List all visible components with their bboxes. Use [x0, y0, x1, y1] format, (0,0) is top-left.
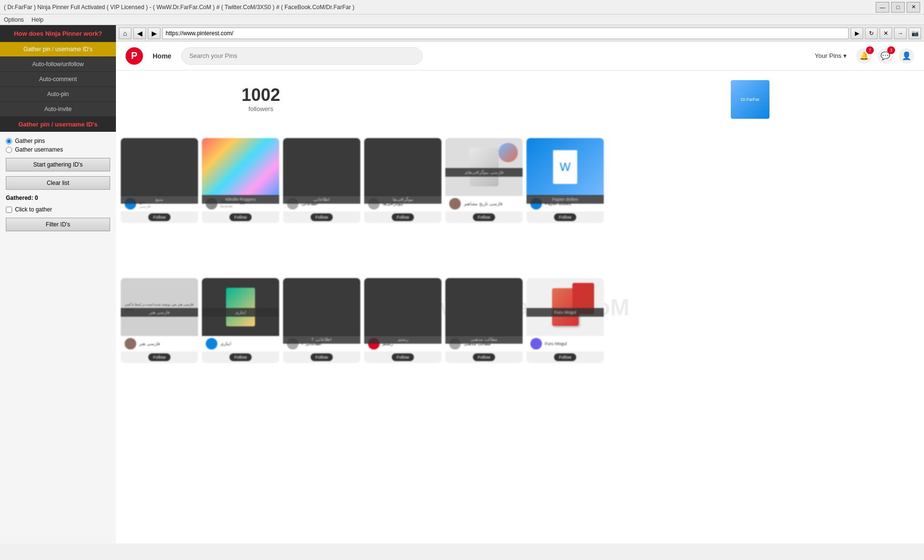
follow-button[interactable]: Follow: [148, 353, 171, 361]
pin-title: فارسی بیوگرافی‌های: [448, 170, 520, 175]
user-avatar: [125, 338, 136, 350]
follow-button[interactable]: Follow: [473, 213, 495, 221]
follow-button[interactable]: Follow: [148, 213, 171, 221]
click-to-gather-checkbox[interactable]: Click to gather: [6, 206, 110, 213]
pin-overlay: بیوگرافی‌ها: [364, 195, 441, 204]
minimize-button[interactable]: —: [876, 2, 889, 13]
pinterest-home-link[interactable]: Home: [153, 52, 171, 60]
notifications-badge: 7: [866, 46, 874, 54]
sidebar-item-autoinvite[interactable]: Auto-invite: [0, 102, 116, 117]
follow-button[interactable]: Follow: [554, 353, 576, 361]
play-button[interactable]: ▶: [851, 28, 863, 39]
user-avatar: [530, 338, 542, 350]
sidebar-item-gather[interactable]: Gather pin / username ID's: [0, 42, 116, 57]
messages-button[interactable]: 💬 3: [878, 48, 893, 64]
radio-gather-usernames[interactable]: Gather usernames: [6, 146, 110, 153]
user-avatar: [449, 198, 461, 210]
pin-card: Furu Mogul Furu Mogul Follow: [526, 278, 604, 363]
user-info: Furu Mogul: [545, 341, 600, 346]
pin-overlay: اطلاعاتی: [283, 195, 360, 204]
title-text: ( Dr.FarFar ) Ninja Pinner Full Activate…: [4, 4, 355, 11]
pinterest-header: P Home Your Pins ▾ 🔔 7 💬 3: [116, 42, 924, 70]
radio-gather-pins-input[interactable]: [6, 138, 12, 144]
browser-content: P Home Your Pins ▾ 🔔 7 💬 3: [116, 42, 924, 544]
screenshot-button[interactable]: 📷: [909, 28, 921, 39]
pin-title: اطلاعاتی: [286, 197, 357, 202]
pin-grid-row2: فارسی هنر متن نوشته شده است در اینجا با …: [116, 278, 924, 363]
start-gathering-button[interactable]: Start gathering ID's: [6, 158, 110, 171]
follow-button[interactable]: Follow: [473, 353, 495, 361]
sidebar-item-autopin[interactable]: Auto-pin: [0, 87, 116, 102]
follow-button[interactable]: Follow: [229, 353, 252, 361]
user-info: فارسی تاریخ مشاهیر: [464, 201, 519, 206]
pin-image: فارسی بیوگرافی‌های: [445, 138, 523, 196]
sidebar-header: How does Ninja Pinner work?: [0, 25, 116, 42]
pin-overlay: رستم: [364, 335, 441, 344]
notifications-button[interactable]: 🔔 7: [856, 48, 872, 64]
pinterest-logo[interactable]: P: [126, 47, 143, 65]
pin-card: Nikolle Roggers Nikolle Roggers Boards F…: [202, 138, 279, 223]
menu-bar: Options Help: [0, 14, 924, 25]
pin-sub: فارسی: [139, 204, 194, 209]
follow-button[interactable]: Follow: [311, 353, 333, 361]
follow-button[interactable]: Follow: [311, 213, 333, 221]
options-menu[interactable]: Options: [4, 16, 24, 23]
pin-username: ایثاری: [220, 341, 275, 346]
pinterest-content: WwW.D-FarFar.CoM 1002 followers Dr.FarFa…: [116, 70, 924, 544]
pin-title: فارسی هنر: [124, 310, 195, 315]
navigate-button[interactable]: →: [894, 28, 907, 39]
forward-button[interactable]: ▶: [148, 28, 160, 39]
user-info: فارسی هنر: [139, 341, 194, 346]
pin-username: Furu Mogul: [545, 341, 600, 346]
pinterest-search-input[interactable]: [181, 47, 423, 65]
pin-title: Nikolle Roggers: [205, 197, 276, 202]
chevron-down-icon: ▾: [843, 52, 847, 59]
sidebar-item-autocomment[interactable]: Auto-comment: [0, 72, 116, 87]
follow-button[interactable]: Follow: [392, 353, 414, 361]
follow-button[interactable]: Follow: [229, 213, 252, 221]
pin-image: Furu Mogul: [526, 278, 604, 336]
back-button[interactable]: ◀: [133, 28, 146, 39]
pin-overlay: Furu Mogul: [526, 308, 604, 317]
pin-image: مطالب مذهبی: [445, 278, 523, 336]
your-pins-dropdown[interactable]: Your Pins ▾: [815, 52, 847, 59]
pin-overlay: Papier doilies: [526, 195, 604, 204]
profile-avatar: Dr.FarFar: [731, 80, 769, 119]
pin-username: فارسی تاریخ مشاهیر: [464, 201, 519, 206]
user-info: ایثاری: [220, 341, 275, 346]
your-pins-label: Your Pins: [815, 52, 841, 59]
sidebar-item-autofollow[interactable]: Auto-follow/unfollow: [0, 57, 116, 72]
url-bar[interactable]: [162, 28, 849, 39]
follow-button[interactable]: Follow: [392, 213, 414, 221]
pin-card: بیوگرافی‌ها بیوگرافی‌ها Follow: [364, 138, 441, 223]
clear-list-button[interactable]: Clear list: [6, 176, 110, 190]
help-menu[interactable]: Help: [31, 16, 43, 23]
pin-title: بیوگرافی‌ها: [367, 197, 439, 202]
stop-button[interactable]: ✕: [880, 28, 892, 39]
filter-ids-button[interactable]: Filter ID's: [6, 218, 110, 231]
pin-username: فارسی هنر: [139, 341, 194, 346]
pin-title: Papier doilies: [529, 197, 601, 202]
sidebar: How does Ninja Pinner work? Gather pin /…: [0, 25, 116, 544]
radio-gather-usernames-input[interactable]: [6, 147, 12, 153]
maximize-button[interactable]: □: [891, 2, 905, 13]
click-to-gather-input[interactable]: [6, 207, 12, 213]
home-nav-button[interactable]: ⌂: [119, 28, 131, 39]
refresh-button[interactable]: ↻: [865, 28, 878, 39]
follow-button[interactable]: Follow: [554, 213, 576, 221]
pin-footer: فارسی هنر: [121, 336, 198, 351]
pin-title: اطلاعاتی ۲: [286, 337, 357, 342]
main-layout: How does Ninja Pinner work? Gather pin /…: [0, 25, 924, 544]
close-button[interactable]: ✕: [907, 2, 920, 13]
profile-button[interactable]: 👤: [899, 48, 914, 64]
gathered-count: Gathered: 0: [6, 195, 110, 201]
pin-title: منبع: [124, 197, 195, 202]
sidebar-section-title: Gather pin / username ID's: [0, 117, 116, 132]
nav-bar: ⌂ ◀ ▶ ▶ ↻ ✕ → 📷: [116, 25, 924, 42]
click-to-gather-label: Click to gather: [15, 206, 52, 213]
pin-image: اطلاعاتی ۲: [283, 278, 360, 336]
radio-gather-pins[interactable]: Gather pins: [6, 138, 110, 144]
pin-card: اطلاعاتی اطلاعاتی Follow: [283, 138, 360, 223]
pin-card: فارسی بیوگرافی‌های فارسی تاریخ مشاهیر Fo…: [445, 138, 523, 223]
pin-overlay: مطالب مذهبی: [445, 335, 523, 344]
